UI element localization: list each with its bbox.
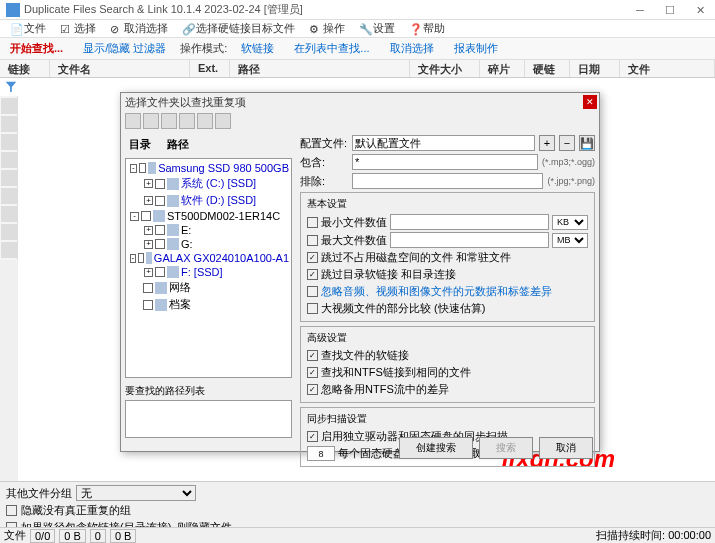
dialog-tool-5[interactable] — [197, 113, 213, 129]
expand-icon[interactable]: + — [144, 240, 153, 249]
col-hardlink[interactable]: 硬链 — [525, 60, 570, 77]
config-remove-button[interactable]: − — [559, 135, 575, 151]
col-size[interactable]: 文件大小 — [410, 60, 480, 77]
exclude-input[interactable] — [352, 173, 543, 189]
hide-nondup-check[interactable] — [6, 505, 17, 516]
cancel-button[interactable]: 取消 — [539, 437, 593, 459]
sync-enable-check[interactable] — [307, 431, 318, 442]
find-symlinks-check[interactable] — [307, 350, 318, 361]
menu-cancel-select[interactable]: ⊘取消选择 — [104, 20, 174, 37]
tree-node[interactable]: -ST500DM002-1ER14C — [128, 209, 289, 223]
left-tool-8[interactable] — [1, 224, 17, 240]
left-tool-6[interactable] — [1, 188, 17, 204]
tree-node[interactable]: -Samsung SSD 980 500GB — [128, 161, 289, 175]
dialog-tool-6[interactable] — [215, 113, 231, 129]
maximize-button[interactable]: ☐ — [655, 0, 685, 20]
config-save-button[interactable]: 💾 — [579, 135, 595, 151]
tree-node[interactable]: +系统 (C:) [SSD] — [128, 175, 289, 192]
create-index-button[interactable]: 创建搜索 — [399, 437, 473, 459]
expand-icon[interactable]: - — [130, 212, 139, 221]
threads-input[interactable] — [307, 446, 335, 461]
tree-checkbox[interactable] — [155, 225, 165, 235]
path-list-box[interactable] — [125, 400, 292, 438]
search-in-list-button[interactable]: 在列表中查找... — [288, 39, 375, 58]
tree-node[interactable]: +F: [SSD] — [128, 265, 289, 279]
dialog-tool-3[interactable] — [161, 113, 177, 129]
left-tool-9[interactable] — [1, 242, 17, 258]
ignore-media-check[interactable] — [307, 286, 318, 297]
softlink-button[interactable]: 软链接 — [235, 39, 280, 58]
min-size-input[interactable] — [390, 214, 549, 230]
tree-checkbox[interactable] — [141, 211, 151, 221]
other-group-select[interactable]: 无 — [76, 485, 196, 501]
menu-select-linked[interactable]: 🔗选择硬链接目标文件 — [176, 20, 301, 37]
start-search-dialog-button[interactable]: 搜索 — [479, 437, 533, 459]
find-ntfs-check[interactable] — [307, 367, 318, 378]
config-add-button[interactable]: + — [539, 135, 555, 151]
col-link[interactable]: 链接 — [0, 60, 50, 77]
tree-node[interactable]: +E: — [128, 223, 289, 237]
col-date[interactable]: 日期 — [570, 60, 620, 77]
expand-icon[interactable]: + — [144, 196, 153, 205]
menu-operate[interactable]: ⚙操作 — [303, 20, 351, 37]
tree-node[interactable]: +软件 (D:) [SSD] — [128, 192, 289, 209]
min-size-check[interactable] — [307, 217, 318, 228]
tree-node[interactable]: +G: — [128, 237, 289, 251]
tree-checkbox[interactable] — [155, 179, 165, 189]
filter-icon[interactable] — [4, 80, 18, 94]
skip-zero-check[interactable] — [307, 252, 318, 263]
max-size-check[interactable] — [307, 235, 318, 246]
config-input[interactable] — [352, 135, 535, 151]
dialog-tool-4[interactable] — [179, 113, 195, 129]
tree-node[interactable]: -GALAX GX024010A100-A1 — [128, 251, 289, 265]
left-tool-3[interactable] — [1, 134, 17, 150]
left-tool-5[interactable] — [1, 170, 17, 186]
start-search-button[interactable]: 开始查找... — [4, 39, 69, 58]
dialog-tool-2[interactable] — [143, 113, 159, 129]
toggle-filter-button[interactable]: 显示/隐藏 过滤器 — [77, 39, 172, 58]
ignore-ntfs-check[interactable] — [307, 384, 318, 395]
tab-directory[interactable]: 目录 — [125, 135, 155, 154]
minimize-button[interactable]: ─ — [625, 0, 655, 20]
min-size-unit[interactable]: KB — [552, 215, 588, 230]
col-filename[interactable]: 文件名 — [50, 60, 190, 77]
menu-help[interactable]: ❓帮助 — [403, 20, 451, 37]
expand-icon[interactable]: - — [130, 164, 137, 173]
report-button[interactable]: 报表制作 — [448, 39, 504, 58]
menu-select[interactable]: ☑选择 — [54, 20, 102, 37]
compare-large-check[interactable] — [307, 303, 318, 314]
left-tool-1[interactable] — [1, 98, 17, 114]
tree-checkbox[interactable] — [155, 267, 165, 277]
menu-settings[interactable]: 🔧设置 — [353, 20, 401, 37]
tree-node[interactable]: 档案 — [128, 296, 289, 313]
tree-checkbox[interactable] — [143, 283, 153, 293]
col-fragment[interactable]: 碎片 — [480, 60, 525, 77]
tree-checkbox[interactable] — [155, 239, 165, 249]
skip-links-check[interactable] — [307, 269, 318, 280]
tree-checkbox[interactable] — [139, 163, 146, 173]
col-ext[interactable]: Ext. — [190, 60, 230, 77]
tab-path[interactable]: 路径 — [163, 135, 193, 154]
tree-node[interactable]: 网络 — [128, 279, 289, 296]
col-file[interactable]: 文件 — [620, 60, 715, 77]
expand-icon[interactable]: + — [144, 268, 153, 277]
left-tool-7[interactable] — [1, 206, 17, 222]
left-tool-2[interactable] — [1, 116, 17, 132]
include-input[interactable] — [352, 154, 538, 170]
expand-icon[interactable]: + — [144, 179, 153, 188]
max-size-unit[interactable]: MB — [552, 233, 588, 248]
folder-tree[interactable]: -Samsung SSD 980 500GB+系统 (C:) [SSD]+软件 … — [125, 158, 292, 378]
tree-checkbox[interactable] — [143, 300, 153, 310]
deselect-button[interactable]: 取消选择 — [384, 39, 440, 58]
close-button[interactable]: ✕ — [685, 0, 715, 20]
expand-icon[interactable]: - — [130, 254, 136, 263]
tree-checkbox[interactable] — [138, 253, 144, 263]
tree-checkbox[interactable] — [155, 196, 165, 206]
dialog-tool-1[interactable] — [125, 113, 141, 129]
max-size-input[interactable] — [390, 232, 549, 248]
left-tool-4[interactable] — [1, 152, 17, 168]
col-path[interactable]: 路径 — [230, 60, 410, 77]
menu-file[interactable]: 📄文件 — [4, 20, 52, 37]
expand-icon[interactable]: + — [144, 226, 153, 235]
dialog-close-button[interactable]: ✕ — [583, 95, 597, 109]
